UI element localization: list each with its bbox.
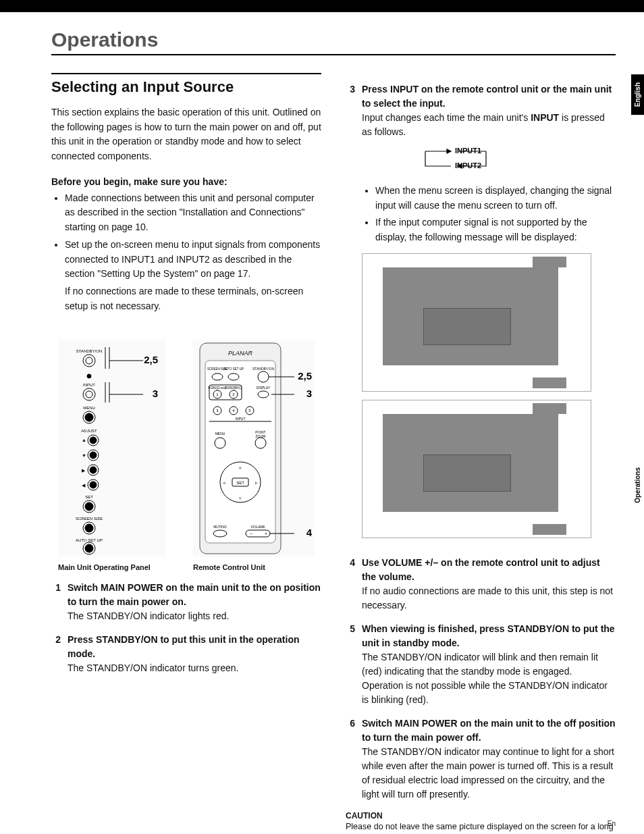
remote-control-illustration: PLANAR STANDBY/ON SCREEN SIZE AUTO SET U…	[193, 340, 315, 556]
step-follow: Input changes each time the main unit's …	[362, 112, 605, 137]
svg-text:▵: ▵	[239, 465, 242, 469]
svg-point-26	[85, 502, 93, 511]
svg-text:AUTO SET UP: AUTO SET UP	[76, 538, 103, 542]
section-heading: Selecting an Input Source	[51, 78, 321, 96]
svg-point-29	[85, 524, 93, 532]
svg-text:▿: ▿	[239, 496, 242, 500]
svg-marker-87	[447, 149, 451, 153]
step-body: Switch MAIN POWER on the main unit to th…	[362, 716, 616, 802]
svg-point-17	[90, 467, 97, 473]
svg-text:DISPLAY: DISPLAY	[257, 386, 271, 390]
step-follow: The STANDBY/ON indicator will blink and …	[362, 652, 608, 705]
step-3: 3 Press INPUT on the remote control unit…	[346, 82, 616, 546]
step3-follow-bold: INPUT	[531, 112, 559, 123]
svg-text:▲: ▲	[82, 438, 86, 442]
svg-text:◃: ◃	[223, 480, 225, 485]
left-column: Selecting an Input Source This section e…	[51, 73, 321, 834]
section-rule	[51, 73, 321, 74]
step-lead: Switch MAIN POWER on the main unit to th…	[68, 582, 321, 607]
svg-text:INPUT: INPUT	[236, 417, 246, 421]
flow-input2: INPUT2	[455, 161, 481, 170]
svg-text:SET: SET	[236, 481, 244, 485]
step-body: When viewing is finished, press STANDBY/…	[362, 622, 616, 707]
svg-point-32	[85, 544, 93, 552]
svg-text:MUTING: MUTING	[213, 525, 227, 529]
svg-text:▼: ▼	[82, 453, 86, 458]
before-bullets: Made connections between this unit and p…	[51, 191, 321, 282]
svg-point-19	[90, 481, 97, 488]
step3-note-1: When the menu screen is displayed, chang…	[375, 184, 616, 213]
svg-text:▹: ▹	[255, 480, 258, 485]
input-flow-diagram: INPUT1 INPUT2	[416, 146, 616, 177]
remote-illustration-col: PLANAR STANDBY/ON SCREEN SIZE AUTO SET U…	[193, 340, 315, 571]
svg-text:RGB1(D-sub): RGB1(D-sub)	[208, 386, 227, 390]
step-number: 6	[346, 716, 355, 802]
step-number: 5	[346, 622, 355, 707]
step-number: 4	[346, 556, 355, 613]
step-follow: The STANDBY/ON indicator lights red.	[68, 610, 229, 621]
svg-point-13	[90, 437, 97, 444]
panel-illustration-col: STANDBY/ON INPUT MENU ADJUST	[58, 340, 166, 571]
error-screens	[362, 253, 616, 538]
panel-caption: Main Unit Operating Panel	[58, 563, 166, 571]
step-follow: The STANDBY/ON indicator turns green.	[68, 662, 238, 673]
svg-rect-0	[58, 340, 166, 556]
svg-text:ADJUST: ADJUST	[81, 429, 97, 433]
panel-callout-a: 2,5	[144, 354, 158, 365]
step-body: Switch MAIN POWER on the main unit to th…	[68, 581, 321, 623]
caution-body: Please do not leave the same picture dis…	[346, 820, 616, 834]
step-lead: When viewing is finished, press STANDBY/…	[362, 623, 615, 648]
svg-text:INPUT: INPUT	[83, 383, 95, 387]
section-tab: Operations	[631, 459, 644, 511]
before-bullet-1: Made connections between this unit and p…	[65, 191, 321, 235]
svg-point-15	[90, 452, 97, 459]
remote-callout-a: 2,5	[298, 370, 312, 382]
flow-input1: INPUT1	[455, 147, 481, 155]
before-bullet-2-followup: If no connections are made to these term…	[65, 284, 321, 313]
svg-text:SET: SET	[85, 495, 93, 499]
before-bullet-2: Set up the on-screen menu to input signa…	[65, 238, 321, 282]
remote-caption: Remote Control Unit	[193, 563, 301, 571]
step-number: 1	[51, 581, 61, 623]
illustration-row: STANDBY/ON INPUT MENU ADJUST	[51, 340, 321, 571]
svg-text:MENU: MENU	[83, 406, 95, 410]
step-lead: Use VOLUME +/– on the remote control uni…	[362, 557, 600, 582]
svg-text:MENU: MENU	[215, 432, 225, 436]
step-number: 2	[51, 633, 61, 675]
error-screen-1	[362, 253, 591, 392]
step-5: 5When viewing is finished, press STANDBY…	[346, 622, 616, 707]
top-black-bar	[0, 0, 644, 12]
svg-text:RGB2(BNC): RGB2(BNC)	[225, 386, 242, 390]
step-4: 4Use VOLUME +/– on the remote control un…	[346, 556, 616, 613]
svg-text:PLANAR: PLANAR	[228, 350, 253, 357]
language-tab: English	[631, 74, 644, 115]
step-lead: Switch MAIN POWER on the main unit to th…	[362, 718, 616, 743]
step-number: 3	[346, 82, 355, 546]
before-heading: Before you begin, make sure you have:	[51, 176, 321, 187]
step-body: Use VOLUME +/– on the remote control uni…	[362, 556, 616, 613]
caution-heading: CAUTION	[346, 811, 616, 820]
panel-callout-b: 3	[153, 388, 158, 399]
step-2: 2Press STANDBY/ON to put this unit in th…	[51, 633, 321, 675]
remote-callout-b: 3	[306, 388, 312, 399]
step3-note-2: If the input computer signal is not supp…	[375, 215, 616, 244]
step-1: 1Switch MAIN POWER on the main unit to t…	[51, 581, 321, 623]
step3-notes: When the menu screen is displayed, chang…	[362, 184, 616, 245]
step-body: Press STANDBY/ON to put this unit in the…	[68, 633, 321, 675]
svg-point-10	[85, 413, 93, 421]
svg-text:−: −	[250, 531, 252, 536]
svg-text:STANDBY/ON: STANDBY/ON	[252, 367, 275, 371]
svg-text:+: +	[265, 531, 267, 536]
intro-paragraph: This section explains the basic operatio…	[51, 105, 321, 164]
step-lead: Press INPUT on the remote control unit o…	[362, 84, 612, 109]
step-body: Press INPUT on the remote control unit o…	[362, 82, 616, 546]
page-footer-lang: En	[608, 820, 616, 827]
error-screen-2	[362, 400, 591, 538]
main-unit-panel-illustration: STANDBY/ON INPUT MENU ADJUST	[58, 340, 166, 556]
svg-text:SCREEN SIZE: SCREEN SIZE	[76, 517, 103, 521]
page-content: Operations Selecting an Input Source Thi…	[0, 12, 644, 834]
svg-text:STANDBY/ON: STANDBY/ON	[76, 349, 103, 353]
svg-text:AUTO SET UP: AUTO SET UP	[223, 367, 244, 371]
right-column: 3 Press INPUT on the remote control unit…	[346, 73, 616, 834]
step-lead: Press STANDBY/ON to put this unit in the…	[68, 634, 300, 659]
